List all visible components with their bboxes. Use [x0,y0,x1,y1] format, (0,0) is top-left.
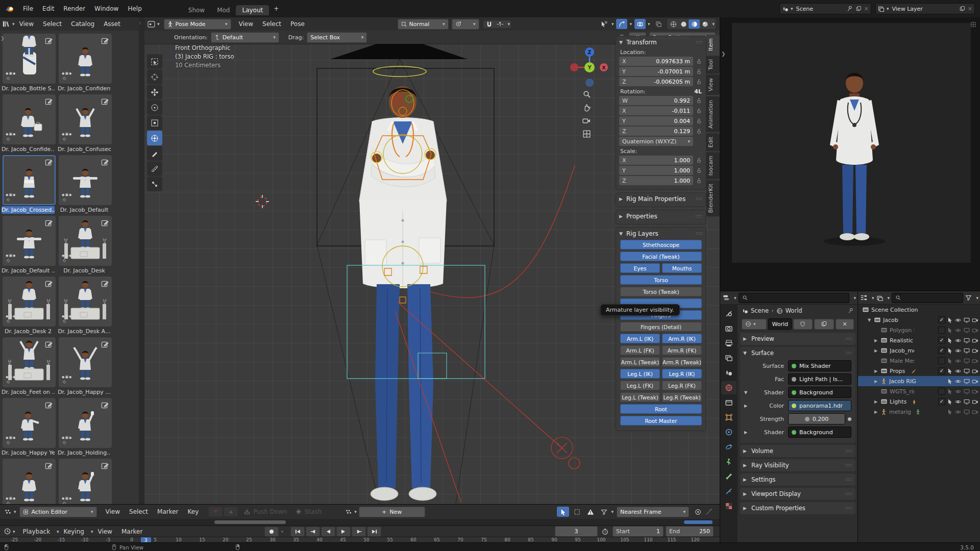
panel-viewport-display[interactable]: ▶Viewport Display∷∷ [740,488,855,500]
rig-layer-button[interactable]: Torso (Tweak) [620,287,702,296]
panel-header[interactable]: ▼Transform∷∷ [619,38,703,47]
checkbox-checked[interactable]: ✓ [938,316,945,323]
start-frame-field[interactable]: Start1 [612,526,664,537]
disable-render-icon[interactable] [972,347,979,354]
only-selected-icon[interactable] [557,507,569,517]
properties-search[interactable] [739,293,850,303]
tool-tab-icon[interactable] [721,307,737,320]
outliner-row[interactable]: ▶Jacob_mesl✓ [858,345,980,356]
lock-icon[interactable] [695,118,703,124]
lock-icon[interactable] [695,128,703,134]
selectable-icon[interactable] [947,409,953,415]
play-button[interactable] [336,527,351,537]
menu-render[interactable]: Render [59,5,90,12]
disable-viewport-icon[interactable] [963,378,970,385]
play-reverse-button[interactable] [321,527,335,537]
rig-layer-button[interactable]: Fingers (Detail) [620,322,702,332]
show-gizmo-toggle-icon[interactable] [599,21,609,28]
editor-type-icon[interactable] [4,509,12,515]
end-frame-field[interactable]: End250 [666,526,714,537]
selectable-icon[interactable] [947,358,953,364]
view-layer-tab-icon[interactable] [721,352,737,365]
outliner-row[interactable]: ▶Realistic H✓ [858,335,980,345]
n-panel-tab-isocam[interactable]: Isocam [706,152,720,179]
checkbox-checked[interactable]: ✓ [938,367,945,374]
n-panel-tab-tool[interactable]: Tool [706,56,720,73]
hide-viewport-icon[interactable] [954,337,962,344]
disable-render-icon[interactable] [972,317,979,323]
disable-viewport-icon[interactable] [963,317,970,323]
selectable-icon[interactable] [947,317,953,323]
workspace-tab-layout[interactable]: Layout [236,5,269,15]
hide-viewport-icon[interactable] [954,327,962,334]
asset-item[interactable]: ◆▣◆◇Dr. Jacob_Crossed... [3,155,54,214]
dope-scroll-track[interactable] [0,519,720,526]
filter-icon[interactable] [965,294,972,301]
copy-icon[interactable] [855,6,862,12]
jump-to-start-button[interactable] [290,527,305,537]
new-copy-button[interactable] [814,319,835,330]
menu-window[interactable]: Window [90,5,123,12]
menu-file[interactable]: File [18,5,38,12]
selectable-icon[interactable] [947,347,953,354]
asset-item[interactable]: ◆▣◆◇Dr. Jacob_Confident [59,34,110,92]
collection-tab-icon[interactable] [721,396,737,409]
data-tab-icon[interactable] [721,470,737,483]
disable-render-icon[interactable] [972,388,979,395]
rig-layer-button[interactable]: Leg.R (Tweak) [662,392,702,402]
checkbox-checked[interactable]: ✓ [938,347,945,354]
expander-icon[interactable]: ▼ [744,390,750,395]
zoom-icon[interactable] [582,90,591,98]
selectable-icon[interactable] [947,398,953,405]
panel-custom-properties[interactable]: ▶Custom Properties∷∷ [740,502,855,514]
navigation-gizmo[interactable]: Z X Y [568,44,609,90]
overlays-toggle-icon[interactable] [634,19,646,29]
field-shader[interactable]: Background [788,387,851,398]
add-workspace-button[interactable]: + [269,5,283,12]
outliner-row[interactable]: ▶Jacob RIG [858,376,980,386]
scene-selector[interactable]: ▾ Scene ✕ [779,3,871,14]
asset-item[interactable]: ◆▣◆◇Dr. Jacob_Default ... [3,216,54,274]
outliner-row[interactable]: Male Meshi [858,356,980,366]
asset-item[interactable]: ◆▣◆◇Dr. Jacob_Desk A... [59,277,110,335]
workspace-tab-mod[interactable]: Mod [211,5,236,15]
lock-icon[interactable] [695,108,703,114]
asset-item[interactable]: ◆▣◆◇Dr. Jacob_Default [59,155,110,214]
dope-menu-key[interactable]: Key [183,508,204,515]
easing-icon[interactable] [703,509,715,515]
hide-viewport-icon[interactable] [954,347,962,354]
checkbox-unchecked[interactable] [938,388,945,395]
disable-render-icon[interactable] [972,378,979,385]
jump-to-end-button[interactable] [367,527,381,537]
panel-ray-visibility[interactable]: ▶Ray Visibility∷∷ [740,459,855,471]
shading-solid-icon[interactable] [678,21,689,28]
panel-preview[interactable]: ▶Preview∷∷ [740,333,855,345]
asset-menu-select[interactable]: Select [38,20,66,28]
grid-toggle-icon[interactable] [582,130,591,138]
selectable-icon[interactable] [947,337,953,344]
h-scrollbar[interactable] [214,520,286,524]
value-slider[interactable]: W0.992 [619,96,693,105]
selectable-icon[interactable] [947,378,953,385]
rig-layer-button[interactable]: Leg.R (FK) [662,381,702,390]
rotation-mode-dropdown[interactable]: Quaternion (WXYZ)▾ [619,137,693,146]
viewport-menu-select[interactable]: Select [258,20,286,28]
value-slider[interactable]: Z0.129 [619,127,693,136]
expander-icon[interactable]: ▶ [744,404,750,408]
expander-icon[interactable]: ▶ [744,430,750,435]
render-preview[interactable]: ❯ [720,17,980,291]
world-tab-icon[interactable] [721,381,737,394]
outliner-row[interactable]: Polygon Ha [858,325,980,335]
n-panel-tab-edit[interactable]: Edit [706,133,720,151]
checkbox-checked[interactable]: ✓ [938,398,945,405]
texture-tab-icon[interactable] [721,499,737,513]
n-panel-tab-view[interactable]: View [706,74,720,95]
disable-viewport-icon[interactable] [963,358,970,364]
shading-rendered-icon[interactable] [700,21,710,28]
outliner-row[interactable]: WGTS_rig [858,386,980,396]
hide-viewport-icon[interactable] [954,388,962,395]
proportional-edit-icon[interactable] [692,509,703,515]
shading-wireframe-icon[interactable] [668,21,678,28]
lock-icon[interactable] [695,178,703,184]
rig-layer-button[interactable]: Torso [620,275,702,285]
